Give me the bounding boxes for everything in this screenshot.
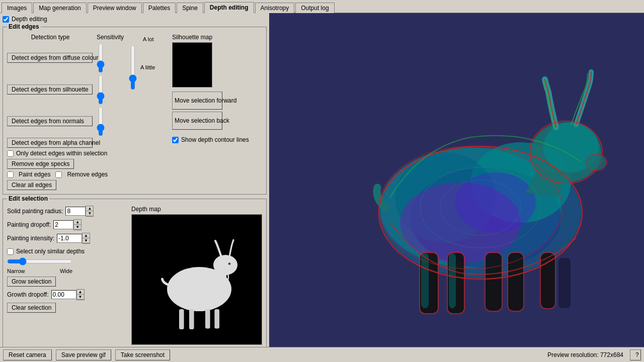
depth-contour-checkbox[interactable] — [172, 137, 179, 143]
growth-dropoff-spinbox: ▲ ▼ — [51, 289, 85, 300]
detect-diffuse-btn[interactable]: Detect edges from diffuse colour — [7, 53, 93, 63]
growth-dropoff-row: Growth dropoff: ▲ ▼ — [7, 289, 127, 300]
move-selection-back-btn[interactable]: Move selection back — [172, 112, 222, 130]
depth-editing-label: Depth editing — [12, 16, 47, 23]
clear-selection-row: Clear selection — [7, 303, 127, 313]
save-preview-gif-btn[interactable]: Save preview gif — [56, 349, 111, 360]
detection-row-4: Detect edges from alpha channel — [7, 138, 124, 148]
svg-point-35 — [586, 155, 606, 170]
tab-output-log[interactable]: Output log — [295, 3, 334, 13]
depth-contour-label: Show depth contour lines — [181, 136, 249, 143]
detection-left: Detection type Sensitivity Detect edges … — [7, 34, 124, 190]
main-image-svg — [269, 13, 644, 347]
solid-painting-spinbox: ▲ ▼ — [65, 206, 94, 217]
svg-rect-3 — [179, 309, 184, 329]
sensitivity-slider-1[interactable] — [96, 43, 106, 73]
solid-painting-label: Solid painting radius: — [7, 208, 63, 215]
edit-edges-title: Edit edges — [7, 23, 41, 30]
detect-normals-btn[interactable]: Detect edges from normals — [7, 116, 93, 126]
preview-resolution-label: Preview resolution: 772x684 — [547, 351, 623, 358]
solid-painting-arrows: ▲ ▼ — [86, 206, 94, 217]
svg-rect-26 — [558, 258, 571, 308]
solid-painting-down[interactable]: ▼ — [86, 211, 93, 216]
growth-dropoff-down[interactable]: ▼ — [77, 295, 84, 300]
only-edges-label: Only detect edges within selection — [16, 150, 107, 157]
depth-editing-header: Depth editing — [3, 16, 267, 23]
edge-options-row: Paint edges Remove edges — [7, 171, 124, 178]
paint-edges-checkbox[interactable] — [7, 171, 14, 178]
svg-point-7 — [228, 262, 231, 265]
growth-dropoff-label: Growth dropoff: — [7, 291, 49, 298]
growth-dropoff-up[interactable]: ▲ — [77, 290, 84, 295]
selection-controls: Solid painting radius: ▲ ▼ Pai — [7, 206, 127, 347]
narrow-wide-slider[interactable] — [7, 257, 72, 265]
painting-dropoff-input[interactable] — [53, 220, 73, 229]
tab-palettes[interactable]: Palettes — [143, 3, 176, 13]
tab-depth-editing[interactable]: Depth editing — [204, 2, 254, 13]
remove-edge-specks-btn[interactable]: Remove edge specks — [7, 159, 74, 169]
solid-painting-input[interactable] — [65, 207, 86, 216]
right-col: Silhouette map Move selection forward Mo… — [172, 34, 262, 190]
narrow-wide-container: Narrow Wide — [7, 257, 127, 274]
growth-dropoff-input[interactable] — [51, 290, 76, 299]
depth-map-image — [131, 214, 262, 345]
sensitivity-slider-2[interactable] — [96, 74, 106, 105]
image-area — [269, 13, 644, 347]
a-lot-label: A lot — [143, 36, 153, 42]
sensitivity-header: Sensitivity — [97, 34, 124, 41]
reset-camera-btn[interactable]: Reset camera — [3, 349, 52, 360]
tab-map-generation[interactable]: Map generation — [33, 3, 86, 13]
svg-rect-6 — [214, 309, 219, 328]
only-edges-checkbox[interactable] — [7, 150, 14, 157]
svg-rect-25 — [541, 253, 555, 308]
take-screenshot-btn[interactable]: Take screenshot — [115, 349, 170, 360]
detect-silhouette-btn[interactable]: Detect edges from silhouette — [7, 84, 93, 95]
similar-depths-row: Select only similar depths — [7, 248, 127, 255]
bottom-help-btn[interactable]: ? — [630, 349, 641, 360]
detect-alpha-btn[interactable]: Detect edges from alpha channel — [7, 138, 93, 148]
svg-rect-5 — [205, 309, 210, 328]
clear-selection-btn[interactable]: Clear selection — [7, 303, 56, 313]
remove-edges-label: Remove edges — [67, 171, 108, 178]
grow-selection-btn[interactable]: Grow selection — [7, 277, 56, 287]
detection-row-3: Detect edges from normals — [7, 106, 124, 136]
painting-intensity-up[interactable]: ▲ — [83, 233, 90, 238]
painting-dropoff-up[interactable]: ▲ — [74, 220, 81, 225]
painting-intensity-down[interactable]: ▼ — [83, 238, 90, 243]
painting-dropoff-down[interactable]: ▼ — [74, 225, 81, 230]
sensitivity-slider-3[interactable] — [96, 106, 106, 136]
remove-specks-row: Remove edge specks — [7, 159, 124, 169]
edit-selection-title: Edit selection — [7, 195, 49, 202]
grow-selection-row: Grow selection — [7, 277, 127, 287]
move-selection-area: Move selection forward Move selection ba… — [172, 92, 262, 130]
remove-edges-checkbox[interactable] — [55, 171, 62, 178]
depth-map-area: Depth map — [131, 206, 262, 347]
slider-alot-alittle: A little — [128, 45, 155, 90]
edit-selection-group: Edit selection Solid painting radius: ▲ — [3, 199, 267, 347]
painting-intensity-input[interactable] — [57, 234, 82, 243]
solid-painting-row: Solid painting radius: ▲ ▼ — [7, 206, 127, 217]
tab-anisotropy[interactable]: Anisotropy — [255, 3, 295, 13]
tab-spine[interactable]: Spine — [177, 3, 203, 13]
svg-rect-21 — [486, 253, 502, 311]
tab-images[interactable]: Images — [2, 3, 32, 13]
detection-row-2: Detect edges from silhouette — [7, 74, 124, 105]
clear-all-edges-btn[interactable]: Clear all edges — [7, 180, 56, 190]
similar-depths-checkbox[interactable] — [7, 248, 14, 255]
painting-dropoff-arrows: ▲ ▼ — [73, 219, 82, 230]
main-content: Depth editing Edit edges Detection type … — [0, 13, 644, 347]
narrow-label: Narrow — [7, 268, 25, 274]
left-panel: Depth editing Edit edges Detection type … — [0, 13, 269, 347]
alot-alittle-slider[interactable] — [128, 45, 138, 90]
edit-edges-inner: Detection type Sensitivity Detect edges … — [7, 34, 262, 190]
tab-preview-window[interactable]: Preview window — [88, 3, 142, 13]
depth-editing-checkbox[interactable] — [3, 16, 9, 23]
svg-rect-4 — [189, 309, 194, 329]
silhouette-map-image — [172, 42, 212, 87]
move-selection-forward-btn[interactable]: Move selection forward — [172, 92, 222, 110]
clear-edges-row: Clear all edges — [7, 180, 124, 190]
detection-row-1: Detect edges from diffuse colour — [7, 43, 124, 73]
solid-painting-up[interactable]: ▲ — [86, 206, 93, 211]
painting-intensity-arrows: ▲ ▼ — [82, 233, 90, 244]
detection-type-header: Detection type — [7, 34, 94, 41]
